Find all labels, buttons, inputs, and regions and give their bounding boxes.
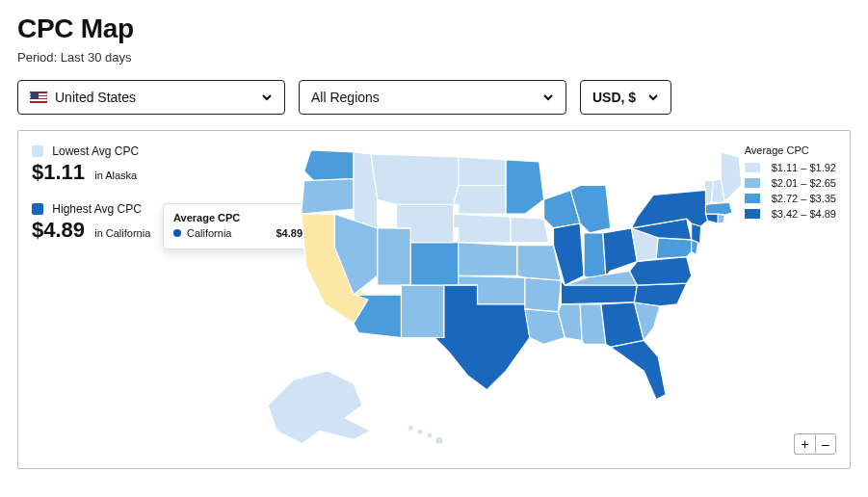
legend-item: $2.72 – $3.35 (745, 193, 836, 204)
state-new-mexico[interactable] (402, 285, 444, 337)
state-north-dakota[interactable] (459, 157, 506, 186)
region-select-value: All Regions (311, 90, 380, 105)
summary-stats: Lowest Avg CPC $1.11 in Alaska Highest A… (32, 144, 150, 260)
state-montana[interactable] (371, 154, 459, 204)
state-kansas[interactable] (459, 243, 517, 276)
lowest-cpc-block: Lowest Avg CPC $1.11 in Alaska (32, 144, 150, 185)
chevron-down-icon (542, 92, 554, 103)
lowest-swatch (32, 145, 43, 157)
currency-select-value: USD, $ (592, 90, 636, 105)
legend-title: Average CPC (745, 144, 836, 156)
chevron-down-icon (647, 92, 659, 103)
us-flag-icon (30, 92, 47, 103)
highest-swatch (32, 203, 43, 215)
legend-item: $1.11 – $1.92 (745, 162, 836, 173)
state-hawaii[interactable] (408, 425, 413, 431)
highest-cpc-block: Highest Avg CPC $4.89 in California (32, 202, 150, 243)
state-rhode-island[interactable] (718, 214, 724, 223)
svg-point-1[interactable] (427, 432, 433, 438)
country-select-value: United States (55, 90, 136, 105)
state-nebraska[interactable] (454, 214, 511, 243)
lowest-label: Lowest Avg CPC (52, 144, 139, 158)
page-title: CPC Map (17, 13, 851, 44)
state-indiana[interactable] (584, 233, 606, 277)
country-select[interactable]: United States (17, 80, 285, 115)
state-washington[interactable] (304, 150, 354, 181)
zoom-out-button[interactable]: – (815, 433, 836, 455)
highest-label: Highest Avg CPC (52, 202, 142, 216)
us-map[interactable] (211, 131, 744, 468)
state-maine[interactable] (721, 152, 742, 201)
highest-value: $4.89 (32, 218, 85, 242)
tooltip-dot-icon (173, 229, 181, 237)
state-arkansas[interactable] (525, 277, 562, 312)
state-oregon[interactable] (302, 179, 354, 215)
state-south-dakota[interactable] (454, 186, 506, 215)
chevron-down-icon (261, 92, 273, 103)
zoom-controls: + – (794, 433, 836, 455)
lowest-value: $1.11 (32, 160, 85, 184)
lowest-where: in Alaska (94, 170, 137, 181)
state-north-carolina[interactable] (634, 283, 686, 306)
state-connecticut[interactable] (706, 214, 719, 223)
currency-select[interactable]: USD, $ (580, 80, 671, 115)
filter-bar: United States All Regions USD, $ (17, 80, 851, 115)
svg-point-2[interactable] (435, 436, 443, 444)
state-massachusetts[interactable] (706, 202, 733, 215)
zoom-in-button[interactable]: + (794, 433, 815, 455)
state-florida[interactable] (611, 340, 666, 399)
state-maryland[interactable] (656, 238, 692, 259)
region-select[interactable]: All Regions (299, 80, 566, 115)
state-iowa[interactable] (511, 217, 549, 243)
state-colorado[interactable] (410, 243, 458, 285)
svg-point-0[interactable] (417, 429, 423, 434)
map-panel: Lowest Avg CPC $1.11 in Alaska Highest A… (17, 130, 851, 469)
legend-item: $3.42 – $4.89 (745, 208, 836, 220)
state-minnesota[interactable] (506, 160, 544, 214)
highest-where: in California (94, 227, 150, 239)
state-utah[interactable] (378, 228, 411, 285)
legend-item: $2.01 – $2.65 (745, 177, 836, 189)
legend: Average CPC $1.11 – $1.92 $2.01 – $2.65 … (745, 144, 836, 223)
state-alaska[interactable] (268, 371, 371, 444)
period-label: Period: Last 30 days (17, 50, 851, 65)
